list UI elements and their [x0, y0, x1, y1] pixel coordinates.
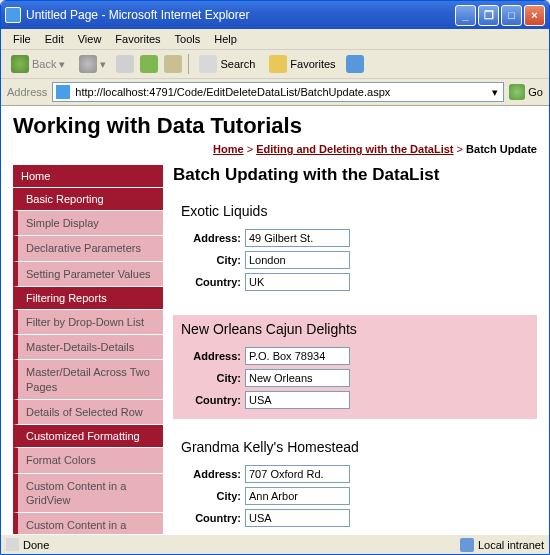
field-row: Country:	[181, 273, 529, 291]
address-input-wrap[interactable]: ▾	[52, 82, 504, 102]
search-button[interactable]: Search	[195, 53, 259, 75]
page-title: Working with Data Tutorials	[13, 113, 537, 139]
address-bar: Address ▾ Go	[1, 79, 549, 106]
menubar: File Edit View Favorites Tools Help	[1, 29, 549, 50]
menu-help[interactable]: Help	[208, 31, 243, 47]
forward-button: ▾	[75, 53, 110, 75]
nav-item[interactable]: Master-Details-Details	[13, 335, 163, 360]
crumb-section[interactable]: Editing and Deleting with the DataList	[256, 143, 453, 155]
field-row: City:	[181, 487, 529, 505]
field-row: City:	[181, 251, 529, 269]
field-row: City:	[181, 369, 529, 387]
menu-tools[interactable]: Tools	[169, 31, 207, 47]
search-icon	[199, 55, 217, 73]
menu-view[interactable]: View	[72, 31, 108, 47]
nav-item[interactable]: Filter by Drop-Down List	[13, 310, 163, 335]
crumb-home[interactable]: Home	[213, 143, 244, 155]
country-input[interactable]	[245, 391, 350, 409]
window-title: Untitled Page - Microsoft Internet Explo…	[26, 8, 455, 22]
nav-item[interactable]: Custom Content in a GridView	[13, 474, 163, 514]
home-button[interactable]	[164, 55, 182, 73]
nav-item[interactable]: Setting Parameter Values	[13, 262, 163, 287]
field-row: Address:	[181, 465, 529, 483]
sidebar: Home Basic ReportingSimple DisplayDeclar…	[13, 165, 163, 534]
zone-icon	[460, 538, 474, 552]
favorites-button[interactable]: Favorites	[265, 53, 339, 75]
back-icon	[11, 55, 29, 73]
city-input[interactable]	[245, 251, 350, 269]
address-label: Address:	[181, 468, 245, 480]
zone-text: Local intranet	[478, 539, 544, 551]
country-label: Country:	[181, 276, 245, 288]
nav-item[interactable]: Declarative Parameters	[13, 236, 163, 261]
status-text: Done	[23, 539, 49, 551]
minimize-button[interactable]: _	[455, 5, 476, 26]
city-label: City:	[181, 254, 245, 266]
field-row: Address:	[181, 347, 529, 365]
media-button[interactable]	[346, 55, 364, 73]
menu-edit[interactable]: Edit	[39, 31, 70, 47]
nav-item[interactable]: Format Colors	[13, 448, 163, 473]
nav-item[interactable]: Master/Detail Across Two Pages	[13, 360, 163, 400]
supplier-name: Grandma Kelly's Homestead	[181, 439, 529, 455]
star-icon	[269, 55, 287, 73]
content-area[interactable]: Working with Data Tutorials Home > Editi…	[1, 106, 549, 534]
status-page-icon	[6, 538, 19, 551]
city-input[interactable]	[245, 369, 350, 387]
city-input[interactable]	[245, 487, 350, 505]
refresh-button[interactable]	[140, 55, 158, 73]
back-button[interactable]: Back ▾	[7, 53, 69, 75]
city-label: City:	[181, 372, 245, 384]
country-label: Country:	[181, 394, 245, 406]
dropdown-icon[interactable]: ▾	[487, 86, 503, 99]
field-row: Country:	[181, 509, 529, 527]
breadcrumb: Home > Editing and Deleting with the Dat…	[13, 143, 537, 155]
nav-section[interactable]: Customized Formatting	[13, 425, 163, 448]
address-input[interactable]	[245, 465, 350, 483]
supplier-block: New Orleans Cajun DelightsAddress:City:C…	[173, 315, 537, 419]
ie-icon	[5, 7, 21, 23]
go-button[interactable]: Go	[509, 84, 543, 100]
toolbar: Back ▾ ▾ Search Favorites	[1, 50, 549, 79]
main: Batch Updating with the DataList Exotic …	[173, 165, 537, 534]
separator	[188, 54, 189, 74]
supplier-block: Grandma Kelly's HomesteadAddress:City:Co…	[173, 433, 537, 534]
nav-home[interactable]: Home	[13, 165, 163, 188]
address-label: Address:	[181, 232, 245, 244]
nav-item[interactable]: Custom Content in a DetailsView	[13, 513, 163, 534]
titlebar[interactable]: Untitled Page - Microsoft Internet Explo…	[1, 1, 549, 29]
forward-icon	[79, 55, 97, 73]
field-row: Country:	[181, 391, 529, 409]
country-input[interactable]	[245, 509, 350, 527]
nav-section[interactable]: Basic Reporting	[13, 188, 163, 211]
menu-file[interactable]: File	[7, 31, 37, 47]
statusbar: Done Local intranet	[1, 534, 549, 554]
supplier-name: Exotic Liquids	[181, 203, 529, 219]
main-heading: Batch Updating with the DataList	[173, 165, 537, 185]
page-icon	[56, 85, 70, 99]
city-label: City:	[181, 490, 245, 502]
supplier-block: Exotic LiquidsAddress:City:Country:	[173, 197, 537, 301]
country-input[interactable]	[245, 273, 350, 291]
url-input[interactable]	[73, 84, 487, 100]
address-label: Address:	[181, 350, 245, 362]
maximize-button[interactable]: □	[501, 5, 522, 26]
go-icon	[509, 84, 525, 100]
nav-item[interactable]: Details of Selected Row	[13, 400, 163, 425]
address-label: Address	[7, 86, 47, 98]
field-row: Address:	[181, 229, 529, 247]
address-input[interactable]	[245, 229, 350, 247]
close-button[interactable]: ×	[524, 5, 545, 26]
supplier-name: New Orleans Cajun Delights	[181, 321, 529, 337]
menu-favorites[interactable]: Favorites	[109, 31, 166, 47]
crumb-current: Batch Update	[466, 143, 537, 155]
stop-button[interactable]	[116, 55, 134, 73]
restore-button[interactable]: ❐	[478, 5, 499, 26]
nav-section[interactable]: Filtering Reports	[13, 287, 163, 310]
country-label: Country:	[181, 512, 245, 524]
nav-item[interactable]: Simple Display	[13, 211, 163, 236]
address-input[interactable]	[245, 347, 350, 365]
